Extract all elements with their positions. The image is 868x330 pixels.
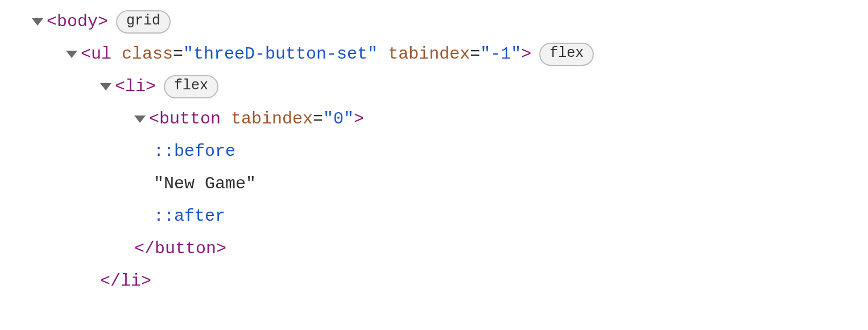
tag-button-open: <button tabindex="0"> xyxy=(149,103,364,135)
tag-li-close: </li> xyxy=(100,265,151,298)
layout-badge-flex[interactable]: flex xyxy=(164,75,218,98)
dom-node-button[interactable]: <button tabindex="0"> xyxy=(11,103,857,135)
dom-node-button-close[interactable]: </button> xyxy=(11,233,857,265)
chevron-down-icon[interactable] xyxy=(100,83,111,90)
layout-badge-flex[interactable]: flex xyxy=(539,43,594,66)
dom-node-body[interactable]: <body> grid xyxy=(11,6,857,38)
chevron-down-icon[interactable] xyxy=(134,116,146,123)
pseudo-after-label: ::after xyxy=(154,200,225,233)
text-node[interactable]: "New Game" xyxy=(11,168,857,200)
layout-badge-grid[interactable]: grid xyxy=(116,10,171,34)
pseudo-before-label: ::before xyxy=(154,135,235,168)
chevron-down-icon[interactable] xyxy=(66,51,77,58)
pseudo-after[interactable]: ::after xyxy=(11,200,857,233)
tag-ul-open: <ul class="threeD-button-set" tabindex="… xyxy=(81,38,531,71)
text-node-value: "New Game" xyxy=(154,168,256,200)
dom-node-li-close[interactable]: </li> xyxy=(11,265,857,298)
chevron-down-icon[interactable] xyxy=(32,18,43,26)
dom-node-li[interactable]: <li> flex xyxy=(11,71,857,103)
tag-body-open: <body> xyxy=(47,6,108,38)
tag-li-open: <li> xyxy=(115,71,156,103)
dom-node-ul[interactable]: <ul class="threeD-button-set" tabindex="… xyxy=(11,38,857,71)
pseudo-before[interactable]: ::before xyxy=(11,135,857,168)
tag-button-close: </button> xyxy=(134,233,226,265)
